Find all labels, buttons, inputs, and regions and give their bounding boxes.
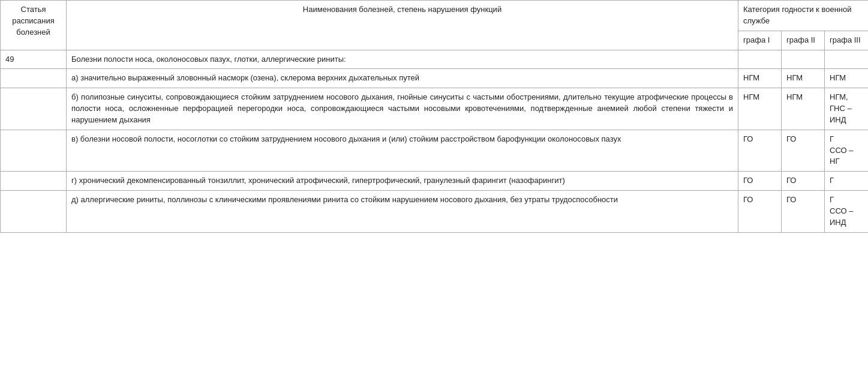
- cell-article: [1, 69, 67, 88]
- header-g3: графа III: [825, 31, 869, 50]
- table-row: а) значительно выраженный зловонный насм…: [1, 69, 869, 88]
- cell-g2: НГМ: [782, 69, 825, 88]
- cell-g3: НГМ, ГНС – ИНД: [825, 88, 869, 130]
- cell-g2: [782, 50, 825, 69]
- table-header-row: Статья расписания болезней Наименования …: [1, 1, 869, 31]
- table-row: 49Болезни полости носа, околоносовых паз…: [1, 50, 869, 69]
- cell-g3: Г ССО – НГ: [825, 130, 869, 172]
- cell-g2: ГО: [782, 191, 825, 233]
- header-g2: графа II: [782, 31, 825, 50]
- cell-g3: [825, 50, 869, 69]
- cell-article: [1, 88, 67, 130]
- header-article: Статья расписания болезней: [1, 1, 67, 50]
- cell-g3: Г ССО – ИНД: [825, 191, 869, 233]
- cell-g3: НГМ: [825, 69, 869, 88]
- cell-g1: ГО: [738, 191, 782, 233]
- cell-name: Болезни полости носа, околоносовых пазух…: [67, 50, 738, 69]
- table-row: в) болезни носовой полости, носоглотки с…: [1, 130, 869, 172]
- table-row: б) полипозные синуситы, сопровождающиеся…: [1, 88, 869, 130]
- cell-g1: НГМ: [738, 69, 782, 88]
- cell-article: [1, 172, 67, 191]
- cell-g2: ГО: [782, 172, 825, 191]
- cell-g1: ГО: [738, 130, 782, 172]
- cell-g2: ГО: [782, 130, 825, 172]
- cell-g2: НГМ: [782, 88, 825, 130]
- cell-g1: НГМ: [738, 88, 782, 130]
- cell-name: а) значительно выраженный зловонный насм…: [67, 69, 738, 88]
- cell-g3: Г: [825, 172, 869, 191]
- medical-table: Статья расписания болезней Наименования …: [0, 0, 868, 233]
- cell-article: [1, 130, 67, 172]
- cell-name: д) аллергические риниты, поллинозы с кли…: [67, 191, 738, 233]
- main-table-wrapper: Статья расписания болезней Наименования …: [0, 0, 868, 233]
- cell-g1: [738, 50, 782, 69]
- cell-name: б) полипозные синуситы, сопровождающиеся…: [67, 88, 738, 130]
- table-row: г) хронический декомпенсированный тонзил…: [1, 172, 869, 191]
- cell-article: 49: [1, 50, 67, 69]
- cell-name: в) болезни носовой полости, носоглотки с…: [67, 130, 738, 172]
- cell-article: [1, 191, 67, 233]
- header-category: Категория годности к военной службе: [738, 1, 869, 31]
- table-row: д) аллергические риниты, поллинозы с кли…: [1, 191, 869, 233]
- header-g1: графа I: [738, 31, 782, 50]
- cell-name: г) хронический декомпенсированный тонзил…: [67, 172, 738, 191]
- cell-g1: ГО: [738, 172, 782, 191]
- header-name: Наименования болезней, степень нарушения…: [67, 1, 738, 50]
